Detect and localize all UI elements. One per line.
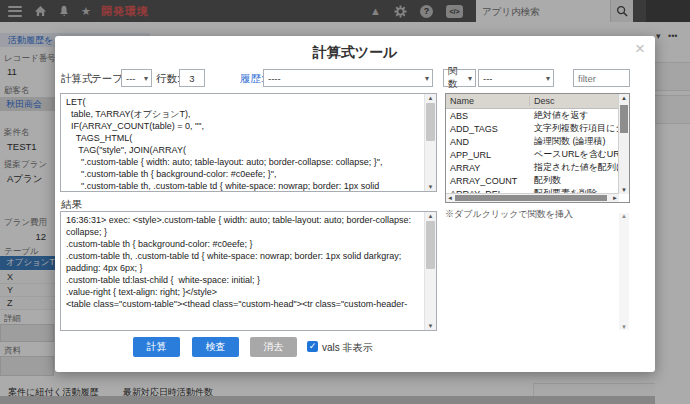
name-column-header[interactable]: Name	[446, 96, 530, 106]
check-button[interactable]: 検査	[192, 337, 239, 357]
scroll-up-icon[interactable]: ▲	[619, 213, 629, 219]
function-category-select[interactable]: 関数▾	[443, 69, 476, 87]
formula-editor[interactable]: LET( table, TARRAY(オプションT), IF(ARRAY_COU…	[61, 94, 436, 191]
formula-editor-panel: LET( table, TARRAY(オプションT), IF(ARRAY_COU…	[60, 93, 437, 192]
scroll-up-icon[interactable]: ▲	[619, 95, 629, 101]
function-row[interactable]: APP_URLベースURLを含むURLを	[446, 148, 618, 161]
scrollbar-thumb[interactable]	[426, 103, 435, 141]
function-list-vscrollbar[interactable]: ▲ ▼	[618, 94, 629, 194]
scroll-down-icon[interactable]: ▼	[425, 323, 436, 329]
history-select[interactable]: ----▾	[263, 69, 433, 87]
result-scrollbar[interactable]: ▲ ▼	[424, 212, 436, 330]
formula-label: 計算式	[61, 72, 93, 86]
scroll-down-icon[interactable]: ▼	[425, 184, 436, 190]
result-panel: 16:36:31> exec: <style>.custom-table { w…	[60, 211, 437, 331]
formula-tool-dialog: 計算式ツール × 計算式 テーブル: ---▾ 行数: 履歴: ----▾ 関数…	[55, 36, 655, 372]
function-row[interactable]: ARRAY指定された値を配列にす	[446, 161, 618, 174]
filter-input[interactable]	[573, 69, 630, 87]
calculate-button[interactable]: 計算	[133, 337, 180, 357]
function-row[interactable]: ADD_TAGS文字列複数行項目にタグ	[446, 122, 618, 135]
scroll-left-icon[interactable]: ◄	[447, 194, 453, 202]
select-arrow-icon: ▾	[468, 74, 472, 83]
function-select[interactable]: ---▾	[478, 69, 554, 87]
scroll-down-icon[interactable]: ▼	[619, 324, 629, 330]
table-select[interactable]: ---▾	[121, 69, 152, 87]
close-icon[interactable]: ×	[635, 40, 645, 57]
scroll-right-icon[interactable]: ►	[612, 194, 618, 202]
scrollbar-thumb[interactable]	[620, 105, 628, 133]
dialog-title: 計算式ツール	[55, 44, 655, 62]
desc-column-header[interactable]: Desc	[530, 96, 618, 106]
function-list: Name Desc ABS絶対値を返す ADD_TAGS文字列複数行項目にタグ …	[445, 93, 630, 203]
scroll-up-icon[interactable]: ▲	[425, 213, 436, 219]
clear-button[interactable]: 消去	[250, 337, 297, 357]
scrollbar-thumb[interactable]	[455, 195, 607, 201]
select-arrow-icon: ▾	[425, 74, 429, 83]
function-list-hscrollbar[interactable]: ◄ ►	[446, 193, 619, 202]
rows-input[interactable]	[179, 69, 205, 87]
double-click-hint: ※ダブルクリックで関数を挿入	[445, 208, 573, 221]
app-screen: ★ 開発環境 ▲ ? </>	[0, 0, 690, 404]
rows-label: 行数:	[156, 72, 180, 86]
function-row[interactable]: ARRAY_COUNT配列数	[446, 174, 618, 187]
result-output[interactable]: 16:36:31> exec: <style>.custom-table { w…	[61, 212, 436, 330]
scrollbar-thumb[interactable]	[426, 221, 435, 269]
vals-hide-label: vals 非表示	[322, 341, 373, 355]
scroll-down-icon[interactable]: ▼	[619, 187, 629, 193]
function-list-header: Name Desc	[446, 94, 618, 109]
function-row[interactable]: AND論理関数 (論理積)	[446, 135, 618, 148]
function-row[interactable]: ABS絶対値を返す	[446, 109, 618, 122]
preview-scrollbar[interactable]: ▲ ▼	[619, 213, 629, 330]
result-label: 結果	[61, 198, 82, 212]
editor-scrollbar[interactable]: ▲ ▼	[424, 94, 436, 191]
vals-hide-checkbox[interactable]: ✓	[307, 341, 318, 352]
history-label[interactable]: 履歴:	[240, 72, 264, 86]
select-arrow-icon: ▾	[144, 74, 148, 83]
scroll-up-icon[interactable]: ▲	[425, 95, 436, 101]
select-arrow-icon: ▾	[546, 74, 550, 83]
